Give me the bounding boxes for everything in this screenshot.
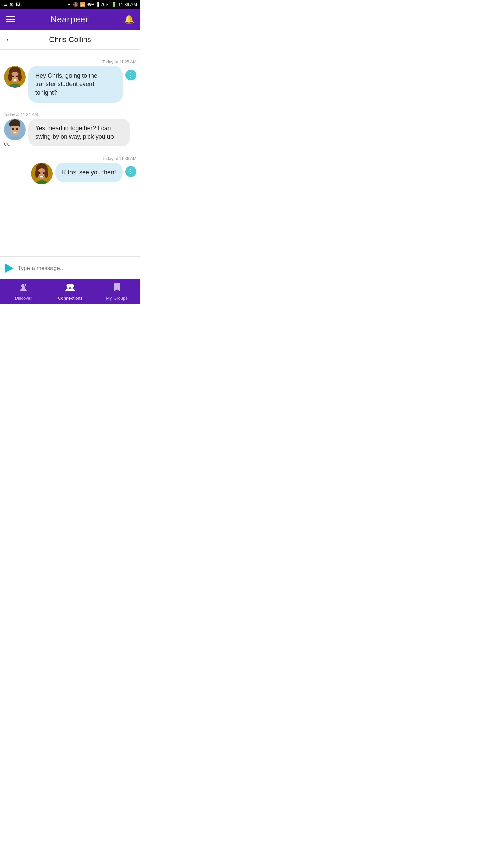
back-button[interactable]: ← — [5, 35, 13, 44]
time-display: 11:39 AM — [118, 2, 137, 7]
battery-icon: 🔋 — [111, 2, 117, 7]
svg-point-6 — [16, 76, 18, 77]
sender-initials: CC — [4, 142, 11, 147]
message-row-received-1: Today at 11:34 AM — [4, 112, 136, 147]
my-groups-bookmark-icon — [113, 282, 121, 294]
status-bar-left: ☁ ✉ 🖼 — [3, 2, 20, 7]
app-bar: Nearpeer 🔔 — [0, 9, 140, 30]
sender-avatar-self-1 — [4, 66, 26, 88]
message-bubble-1: Hey Chris, going to the transfer student… — [28, 66, 123, 103]
nav-item-discover[interactable]: Discover — [0, 282, 47, 301]
svg-point-28 — [67, 284, 70, 288]
svg-point-14 — [13, 132, 17, 133]
nav-item-my-groups[interactable]: My Groups — [94, 282, 140, 301]
svg-point-19 — [35, 170, 39, 178]
svg-point-5 — [12, 76, 14, 77]
sender-avatar-self-2 — [31, 163, 53, 184]
image-icon: 🖼 — [16, 2, 20, 7]
message-input-bar — [0, 256, 140, 279]
battery-percent: 70% — [101, 2, 109, 7]
signal-icon: ▐ — [96, 2, 99, 7]
svg-point-29 — [70, 284, 74, 288]
message-input[interactable] — [18, 265, 136, 272]
app-title: Nearpeer — [50, 14, 88, 25]
sender-avatar-cc — [4, 119, 26, 140]
svg-point-3 — [8, 73, 12, 81]
chat-recipient-title: Chris Collins — [49, 35, 91, 44]
send-button[interactable] — [5, 263, 14, 273]
svg-point-13 — [16, 128, 18, 130]
nav-label-discover: Discover — [15, 296, 32, 301]
message-timestamp-1: Today at 11:25 AM — [103, 60, 136, 64]
bluetooth-icon: ✦ — [67, 2, 71, 7]
cloud-icon: ☁ — [3, 2, 8, 7]
message-bubble-3: K thx, see you then! — [55, 163, 123, 182]
svg-point-12 — [12, 128, 14, 130]
hamburger-menu-button[interactable] — [6, 16, 15, 22]
svg-point-7 — [13, 79, 17, 81]
svg-point-4 — [18, 73, 22, 81]
mute-icon: 🔇 — [73, 2, 78, 7]
chat-area: Today at 11:25 AM ⋮ Hey Chris, going to … — [0, 50, 140, 256]
email-icon: ✉ — [10, 2, 14, 7]
message-more-button-2[interactable]: ⋮ — [125, 166, 136, 177]
send-icon — [5, 263, 14, 273]
connections-group-icon — [65, 282, 75, 294]
notification-bell-button[interactable]: 🔔 — [124, 15, 134, 24]
svg-point-27 — [25, 284, 26, 286]
svg-point-23 — [40, 176, 43, 177]
network-icon: 4G+ — [87, 2, 94, 6]
message-more-button-1[interactable]: ⋮ — [125, 70, 136, 80]
svg-point-22 — [43, 172, 44, 174]
svg-point-20 — [44, 170, 48, 178]
nav-item-connections[interactable]: Connections — [47, 282, 94, 301]
message-timestamp-2: Today at 11:34 AM — [4, 112, 38, 117]
message-bubble-2: Yes, head in together? I can swing by on… — [28, 119, 130, 146]
nav-label-my-groups: My Groups — [106, 296, 128, 301]
wifi-icon: 📶 — [80, 2, 85, 7]
status-bar-right: ✦ 🔇 📶 4G+ ▐ 70% 🔋 11:39 AM — [67, 2, 137, 7]
nav-label-connections: Connections — [58, 296, 82, 301]
discover-person-icon — [19, 282, 28, 294]
bottom-nav: Discover Connections My Groups — [0, 279, 140, 304]
message-row-sent-2: Today at 11:36 AM ⋮ K thx, see you then! — [4, 156, 136, 184]
svg-point-21 — [39, 172, 40, 174]
message-row-sent-1: Today at 11:25 AM ⋮ Hey Chris, going to … — [4, 60, 136, 103]
subheader: ← Chris Collins — [0, 30, 140, 50]
status-bar: ☁ ✉ 🖼 ✦ 🔇 📶 4G+ ▐ 70% 🔋 11:39 AM — [0, 0, 140, 9]
message-timestamp-3: Today at 11:36 AM — [103, 156, 136, 161]
